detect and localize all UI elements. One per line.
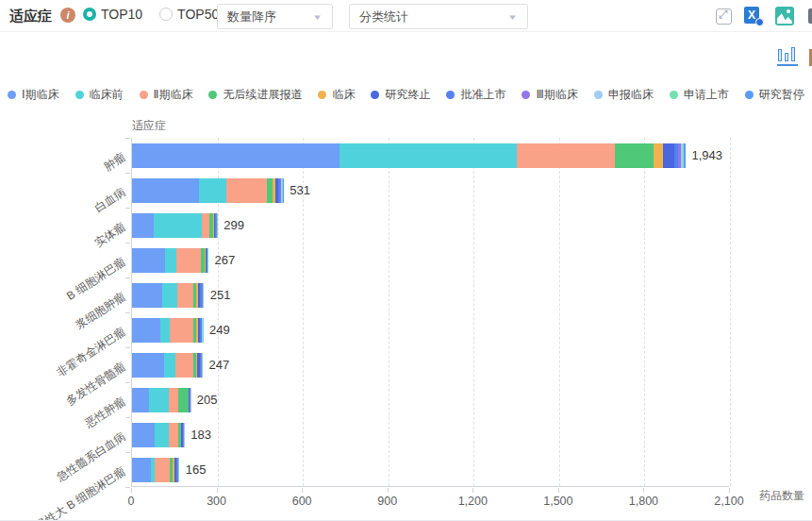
- x-axis-tick: [472, 488, 473, 493]
- bar-segment[interactable]: [164, 353, 175, 378]
- legend-label: 临床前: [90, 87, 124, 103]
- y-axis-tick: [125, 312, 130, 313]
- bar-row: 205: [132, 388, 218, 412]
- bar-segment[interactable]: [175, 353, 192, 378]
- legend-label: 研究终止: [385, 87, 430, 103]
- value-label: 165: [186, 462, 207, 477]
- x-axis-tick: [558, 488, 559, 493]
- bar-segment[interactable]: [340, 143, 517, 168]
- bar-segment[interactable]: [160, 318, 170, 343]
- bar-segment[interactable]: [517, 143, 616, 168]
- gridline: [644, 138, 645, 486]
- legend-label: 申请上市: [684, 87, 729, 103]
- bar-segment[interactable]: [132, 143, 340, 168]
- bar-segment[interactable]: [654, 143, 663, 168]
- legend-item[interactable]: 研究暂停: [745, 87, 804, 103]
- bar-segment[interactable]: [615, 143, 654, 168]
- legend-item[interactable]: Ⅲ期临床: [522, 87, 577, 103]
- bar-segment[interactable]: [155, 458, 171, 482]
- bar-segment[interactable]: [169, 423, 178, 447]
- bar-segment[interactable]: [132, 423, 155, 447]
- sort-order-select[interactable]: 数量降序 ▼: [217, 4, 333, 29]
- bar-segment[interactable]: [149, 388, 169, 412]
- excel-export-icon[interactable]: X: [744, 7, 763, 25]
- legend-item[interactable]: 申报临床: [594, 87, 654, 103]
- bar-segment[interactable]: [132, 248, 165, 273]
- bar-segment[interactable]: [663, 143, 674, 168]
- bar-segment[interactable]: [226, 178, 267, 203]
- radio-unselected-dot: [159, 8, 173, 21]
- sort-order-value: 数量降序: [227, 8, 276, 25]
- x-tick-label: 1,200: [458, 495, 488, 508]
- y-axis-title: 适应症: [132, 118, 166, 134]
- radio-top10[interactable]: TOP10: [83, 7, 142, 22]
- bar-segment[interactable]: [132, 318, 160, 343]
- legend-label: Ⅲ期临床: [536, 87, 577, 103]
- bar-segment[interactable]: [132, 178, 199, 203]
- legend-item[interactable]: 无后续进展报道: [208, 87, 302, 103]
- legend-dot-icon: [522, 91, 530, 99]
- bar-row: 531: [132, 178, 310, 203]
- bar-segment[interactable]: [177, 283, 193, 308]
- bar-segment[interactable]: [132, 213, 154, 238]
- top-n-radio-group: TOP10 TOP50: [83, 7, 219, 22]
- more-icon[interactable]: [808, 8, 812, 24]
- bar-row: 1,943: [132, 143, 722, 168]
- legend-item[interactable]: 临床: [318, 87, 355, 103]
- bar-segment[interactable]: [176, 248, 201, 273]
- gridline: [389, 138, 389, 486]
- value-label: 1,943: [692, 148, 723, 162]
- y-axis-tick: [125, 417, 130, 418]
- legend-label: 无后续进展报道: [223, 87, 302, 103]
- x-axis-tick: [388, 488, 389, 493]
- bar-segment[interactable]: [178, 388, 189, 412]
- legend-item[interactable]: Ⅰ期临床: [8, 87, 59, 103]
- bar-segment[interactable]: [283, 178, 284, 203]
- radio-top50[interactable]: TOP50: [159, 7, 219, 22]
- bar-segment[interactable]: [684, 143, 685, 168]
- x-tick-label: 0: [128, 495, 135, 508]
- y-axis-tick: [125, 208, 130, 209]
- y-axis-tick: [125, 277, 130, 278]
- legend-item[interactable]: 批准上市: [446, 87, 505, 103]
- legend-item[interactable]: 研究终止: [371, 87, 430, 103]
- legend-item[interactable]: Ⅱ期临床: [140, 87, 193, 103]
- bar-segment[interactable]: [199, 178, 226, 203]
- legend-dot-icon: [670, 91, 678, 99]
- legend-dot-icon: [594, 91, 603, 99]
- legend-item[interactable]: 临床前: [75, 87, 124, 103]
- value-label: 205: [197, 393, 218, 407]
- image-export-icon[interactable]: [775, 7, 794, 25]
- bar-segment[interactable]: [132, 458, 151, 482]
- x-axis-title: 药品数量: [759, 488, 804, 504]
- panel-title: 适应症: [9, 8, 52, 25]
- bar-segment[interactable]: [132, 283, 162, 308]
- bar-segment[interactable]: [132, 353, 164, 378]
- mountain-glyph: [777, 12, 792, 24]
- legend-label: 临床: [332, 87, 355, 103]
- legend-dot-icon: [8, 91, 16, 99]
- value-label: 247: [209, 358, 230, 372]
- bar-segment[interactable]: [132, 388, 149, 412]
- value-label: 251: [210, 288, 231, 302]
- x-tick-label: 900: [377, 495, 397, 508]
- stat-type-select[interactable]: 分类统计 ▼: [349, 4, 528, 29]
- legend-label: 研究暂停: [759, 87, 804, 103]
- y-axis-tick: [125, 452, 130, 453]
- fullscreen-icon[interactable]: [716, 8, 732, 25]
- bar-segment[interactable]: [154, 213, 202, 238]
- bar-segment[interactable]: [169, 388, 178, 412]
- bar-segment[interactable]: [165, 248, 176, 273]
- legend-dot-icon: [140, 91, 148, 99]
- bar-segment[interactable]: [170, 318, 193, 343]
- bar-chart-view-icon[interactable]: [777, 47, 798, 66]
- chart-legend: Ⅰ期临床临床前Ⅱ期临床无后续进展报道临床研究终止批准上市Ⅲ期临床申报临床申请上市…: [8, 87, 809, 103]
- gridline: [473, 138, 474, 486]
- bar-segment[interactable]: [202, 213, 209, 238]
- bar-glyph: [791, 47, 795, 61]
- bar-segment[interactable]: [162, 283, 177, 308]
- bar-segment[interactable]: [155, 423, 169, 447]
- y-axis-tick: [125, 243, 130, 244]
- legend-item[interactable]: 申请上市: [670, 87, 729, 103]
- info-icon[interactable]: i: [60, 8, 75, 23]
